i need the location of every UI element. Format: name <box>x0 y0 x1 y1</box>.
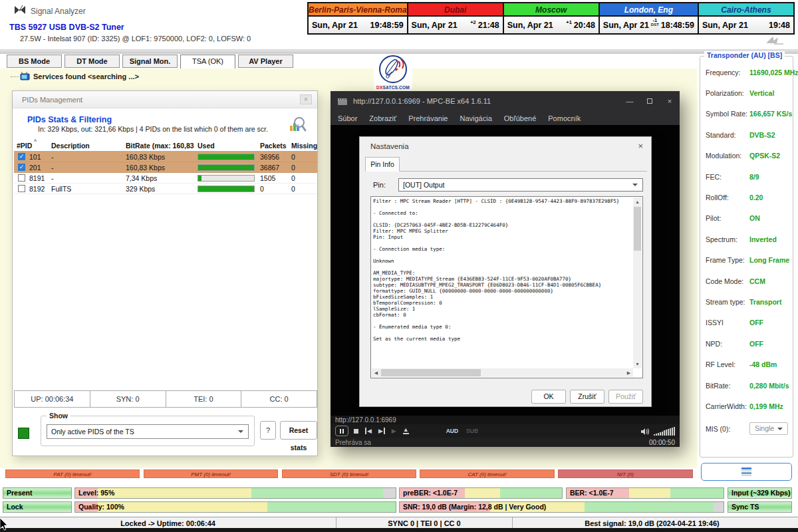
pids-stats-footer: UP: 00:06:34 SYN: 0 TEI: 0 CC: 0 <box>14 390 317 408</box>
scroll-left-icon[interactable]: ◀ <box>372 368 380 377</box>
stream-list-button[interactable] <box>701 463 792 481</box>
ber-bar: BER: <1.0E-7 <box>566 487 724 499</box>
pids-summary: In: 329 Kbps, out: 321,66 Kbps | 4 PIDs … <box>38 125 317 133</box>
clock-time: 19:48:59 <box>370 21 404 30</box>
frame-step-button[interactable]: ▶ <box>392 428 396 434</box>
pin-info-textbox[interactable]: Filter : MPC Stream Reader [HTTP] - CLSI… <box>370 196 643 378</box>
menu-navigation[interactable]: Navigácia <box>454 114 498 122</box>
show-filter-area: Show Only active PIDS of the TS ? Reset … <box>15 414 316 448</box>
sdt-bar: SDT (0) timeout! <box>282 469 416 478</box>
vertical-scrollbar[interactable]: ▲ ▼ <box>633 198 642 368</box>
pid-checkbox[interactable]: ✓ <box>18 174 25 182</box>
pause-button[interactable] <box>335 426 348 436</box>
tp-row-bitrate: BitRate:0,280 Mbit/s <box>706 375 790 396</box>
app-logo-icon <box>13 4 27 17</box>
audio-track-button[interactable]: AUD <box>446 428 458 434</box>
maximize-icon[interactable] <box>640 91 660 111</box>
pid-row-101[interactable]: ✓101 - 160,83 Kbps 36956 0 <box>14 152 317 162</box>
pid-row-201[interactable]: ✓201 - 160,83 Kbps 36867 0 <box>14 162 317 173</box>
mpc-app-icon <box>337 96 348 106</box>
pids-panel-titlebar[interactable]: PIDs Management × <box>13 91 317 108</box>
lock-indicator: Lock <box>3 501 72 513</box>
subtitle-track-button[interactable]: SUB <box>466 428 478 434</box>
pids-table: ^ #PID Description BitRate (max: 160,83 … <box>14 140 317 194</box>
used-bar <box>198 186 255 192</box>
volume-icon[interactable] <box>640 428 650 436</box>
preber-bar: preBER: <1.0E-7 <box>399 487 563 499</box>
pid-checkbox[interactable]: ✓ <box>18 153 25 160</box>
horizontal-scrollbar[interactable]: ◀ ▶ <box>372 368 633 377</box>
mpc-titlebar[interactable]: http://127.0.0.1:6969 - MPC-BE x64 1.6.1… <box>331 91 680 111</box>
stop-button[interactable] <box>354 429 358 434</box>
pids-close-icon[interactable]: × <box>300 94 312 104</box>
pids-table-header[interactable]: ^ #PID Description BitRate (max: 160,83 … <box>14 140 317 152</box>
cc-cell: CC: 0 <box>241 390 317 408</box>
next-button[interactable]: ▶ <box>378 428 385 434</box>
show-filter-dropdown[interactable]: Only active PIDS of the TS <box>47 424 249 439</box>
pin-dropdown[interactable]: [OUT] Output <box>398 178 643 192</box>
cancel-button[interactable]: Zrušiť <box>570 390 604 404</box>
menu-file[interactable]: Súbor <box>332 114 363 122</box>
chevron-down-icon <box>632 184 638 186</box>
services-tree-item[interactable]: Services found <searching ...> <box>11 71 139 82</box>
clock-time: 18:48:59 <box>661 21 694 30</box>
clock-time: 21:48 <box>478 21 499 30</box>
mpc-statusbar: Prehráva sa 00:00:50 <box>331 438 680 447</box>
scroll-down-icon[interactable]: ▼ <box>633 360 642 368</box>
show-label: Show <box>47 412 70 420</box>
signature-icon <box>765 35 785 45</box>
pmt-bar: PMT (0) timeout! <box>144 469 278 478</box>
tp-row-polarization: Polarization:Vertical <box>706 82 790 103</box>
clock-city-label: Moscow <box>504 3 598 17</box>
pid-row-8191[interactable]: ✓8191 - 7,34 Kbps 1505 0 <box>14 173 317 184</box>
previous-button[interactable]: ◀ <box>365 428 372 434</box>
menu-help[interactable]: Pomocník <box>542 114 587 122</box>
menu-view[interactable]: Zobraziť <box>363 114 402 122</box>
tp-row-stream-type: Stream type:Transport <box>706 291 790 312</box>
tp-row-mis: MIS (0): Single <box>706 420 790 438</box>
close-icon[interactable]: × <box>660 91 680 111</box>
minimize-icon[interactable]: — <box>620 91 640 111</box>
transponder-title: Transponder (AU) [BS] <box>704 51 785 59</box>
tab-dt-mode[interactable]: DT Mode <box>65 55 120 68</box>
tab-av-player[interactable]: AV Player <box>238 55 293 68</box>
tp-row-fec: FEC:8/9 <box>706 166 790 187</box>
tree-branch-line <box>11 76 19 77</box>
sort-caret-icon: ^ <box>34 139 37 144</box>
pids-panel-title: PIDs Management <box>22 96 82 104</box>
tuner-detail: 27.5W - Intelsat 907 (ID: 3325) @ LOF1: … <box>20 35 251 43</box>
pid-checkbox[interactable]: ✓ <box>18 164 25 171</box>
cat-bar: CAT (0) timeout! <box>420 469 555 478</box>
tab-pin-info[interactable]: Pin Info <box>365 157 400 172</box>
pid-checkbox[interactable]: ✓ <box>18 185 25 192</box>
apply-button[interactable]: Použiť <box>608 390 643 404</box>
pid-row-8192[interactable]: ✓8192 FullTS 329 Kbps 0 0 <box>14 184 317 194</box>
status-sync-counters: SYNC 0 | TEI 0 | CC 0 <box>336 517 512 529</box>
tab-bs-mode[interactable]: BS Mode <box>7 55 62 68</box>
reset-stats-button[interactable]: Reset stats <box>280 421 317 440</box>
mis-dropdown[interactable]: Single <box>749 422 788 435</box>
clock-london: London, Eng Sun, Apr 21-1DST18:48:59 <box>600 3 699 33</box>
ok-button[interactable]: OK <box>531 390 566 404</box>
menu-favorites[interactable]: Obľúbené <box>498 114 542 122</box>
stream-url-bar[interactable]: http://127.0.0.1:6969 <box>331 416 680 424</box>
chevron-down-icon <box>777 428 783 430</box>
scrollbar-thumb[interactable] <box>634 207 641 251</box>
volume-slider[interactable] <box>654 427 675 436</box>
present-indicator: Present <box>3 487 72 499</box>
tp-row-frame-type: Frame Type:Long Frame <box>706 250 790 271</box>
tab-tsa[interactable]: TSA (OK) <box>180 55 235 69</box>
dialog-close-icon[interactable]: × <box>638 141 643 151</box>
menu-playback[interactable]: Prehrávanie <box>402 114 454 122</box>
help-button[interactable]: ? <box>260 421 276 440</box>
mpc-menubar: Súbor Zobraziť Prehrávanie Navigácia Obľ… <box>331 111 680 125</box>
scrollbar-thumb[interactable] <box>381 369 481 376</box>
tab-signal-mon[interactable]: Signal Mon. <box>122 55 178 68</box>
settings-dialog: Nastavenia × Pin Info Pin: [OUT] Output … <box>359 136 652 407</box>
scroll-right-icon[interactable]: ▶ <box>624 368 633 377</box>
tei-cell: TEI: 0 <box>166 390 242 408</box>
eject-button[interactable]: ▲ <box>403 428 409 434</box>
scroll-up-icon[interactable]: ▲ <box>633 198 642 206</box>
used-bar <box>198 164 255 171</box>
status-lock-uptime: Locked -> Uptime: 00:06:44 <box>0 517 336 529</box>
